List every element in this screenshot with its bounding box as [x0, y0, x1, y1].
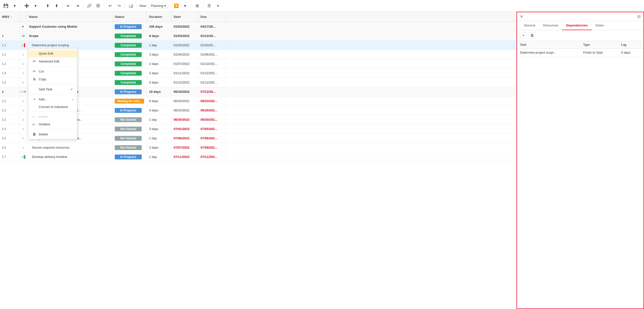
- wbs-sort-icon[interactable]: ↑: [10, 15, 12, 19]
- tab-notes[interactable]: Notes: [592, 21, 608, 30]
- gantt-button[interactable]: 📊: [127, 2, 135, 10]
- wbs-cell: 1.2: [0, 50, 20, 59]
- columns-button[interactable]: ⊞: [193, 2, 201, 10]
- tab-resources[interactable]: Resources: [539, 21, 562, 30]
- drag-icon: ≡: [22, 136, 24, 140]
- view-value: Planning: [151, 4, 164, 7]
- drag-cell: ≡: [20, 78, 27, 87]
- delete-dependency-button[interactable]: 🗑: [529, 32, 536, 39]
- start-cell: 07/01/2022: [172, 124, 198, 133]
- chevron-down-icon[interactable]: ▾: [22, 25, 24, 28]
- start-cell: 01/07/2022: [172, 59, 198, 68]
- panel-close-button[interactable]: ✕: [520, 14, 523, 19]
- outdent-icon: ≡←: [32, 123, 36, 126]
- grid-body[interactable]: ▾ Support Customer using Mobile In Progr…: [0, 22, 516, 309]
- divider-5: [104, 3, 104, 9]
- duration-cell: 1 day: [147, 115, 172, 124]
- wbs-cell: 2.3: [0, 115, 20, 124]
- panel-minimize-button[interactable]: ⊟: [638, 14, 640, 19]
- table-row[interactable]: 2.6 ≡ Secure required resources Not Star…: [0, 143, 516, 152]
- duration-cell: 2 days: [147, 143, 172, 152]
- context-menu-item-split-task[interactable]: Split Task ✓: [28, 85, 77, 93]
- context-menu-item-delete[interactable]: 🗑 Delete: [28, 130, 77, 138]
- drag-cell: ≡: [20, 124, 27, 133]
- chevron-down-icon[interactable]: ▾: [24, 90, 26, 93]
- drag-cell: ≡: [20, 41, 27, 50]
- drag-cell: ≡: [20, 59, 27, 68]
- table-row[interactable]: 1.2 ≡ Secure core resources Completed 3 …: [0, 50, 516, 59]
- table-row[interactable]: 2.3 ≡ Review software specifications/bu.…: [0, 115, 516, 124]
- table-row[interactable]: 2.1 ≡ Conduct needs analysis Waiting for…: [0, 96, 516, 106]
- status-badge: In Progress: [115, 154, 142, 159]
- duration-cell: 2 days: [147, 59, 172, 68]
- col-due: Due: [198, 12, 226, 22]
- table-row[interactable]: 1.3 ≡ Secure project sponsorship Complet…: [0, 59, 516, 68]
- context-menu: Quick Edit ✏ Advanced Edit ✂ Cut ⧉ Copy …: [28, 48, 77, 139]
- status-badge: Not Started: [115, 117, 142, 122]
- unlink-button[interactable]: ⛓: [94, 2, 102, 10]
- due-cell: 01/12/202...: [198, 68, 226, 78]
- filter-dropdown[interactable]: ▾: [181, 2, 189, 10]
- undo-button[interactable]: ↩: [106, 2, 114, 10]
- table-row[interactable]: 1 ≡ ▾ Scope Completed 8 days 01/03/2022 …: [0, 31, 516, 41]
- context-menu-item-quick-edit[interactable]: Quick Edit: [28, 50, 77, 57]
- drag-cell: ≡ ▾: [20, 31, 27, 40]
- start-cell: 07/06/2022: [172, 134, 198, 143]
- drag-cell: ≡: [20, 68, 27, 78]
- save-button[interactable]: 💾: [2, 2, 10, 10]
- table-row[interactable]: 2.5 ≡ Incorporate feedback on software..…: [0, 134, 516, 143]
- project-grid: WBS ↑ Name Status Duration Start Due ▾ S…: [0, 12, 516, 309]
- tab-dependencies[interactable]: Dependencies: [562, 21, 592, 30]
- table-row[interactable]: 1.4 ≡ Define preliminary resources Compl…: [0, 68, 516, 78]
- indent-button[interactable]: ⇥: [73, 2, 81, 10]
- start-cell: 01/11/2022: [172, 68, 198, 78]
- table-row[interactable]: 2.7 ≡ ✓ Develop delivery timeline In Pro…: [0, 152, 516, 162]
- table-row[interactable]: 1.1 ≡ Determine project scoping Complete…: [0, 41, 516, 50]
- redo-button[interactable]: ↪: [115, 2, 123, 10]
- table-row[interactable]: ▾ Support Customer using Mobile In Progr…: [0, 22, 516, 31]
- dep-col-lag: Lag: [618, 41, 644, 49]
- context-menu-item-outdent[interactable]: ≡← Outdent: [28, 120, 77, 128]
- duration-cell: 19 days: [147, 87, 172, 96]
- wbs-cell: 1.1: [0, 41, 20, 50]
- context-menu-item-cut[interactable]: ✂ Cut: [28, 67, 77, 75]
- drag-cell: ≡: [20, 143, 27, 152]
- context-menu-item-convert[interactable]: Convert to milestone: [28, 103, 77, 111]
- trash-icon: 🗑: [530, 33, 534, 38]
- table-row[interactable]: 2 ≡ ✓ ▾ Analysis/Software Requirements I…: [0, 87, 516, 96]
- main-container: WBS ↑ Name Status Duration Start Due ▾ S…: [0, 12, 644, 309]
- context-menu-item-copy[interactable]: ⧉ Copy: [28, 75, 77, 83]
- context-menu-item-add[interactable]: + Add... ›: [28, 95, 77, 103]
- table-row[interactable]: 2.2 ≡ Draft preliminary software specifi…: [0, 106, 516, 115]
- insert-above-button[interactable]: ⬆: [44, 2, 52, 10]
- filter-button[interactable]: 🔽: [172, 2, 180, 10]
- chevron-down-icon[interactable]: ▾: [23, 34, 24, 38]
- selection-indicator: [24, 43, 25, 47]
- duration-cell: 2 days: [147, 68, 172, 78]
- view-selector[interactable]: Planning ▾: [149, 3, 168, 8]
- table-row[interactable]: 1.5 ≡ Scope complete Completed 0 days 01…: [0, 78, 516, 87]
- due-cell: 01/10/202...: [198, 59, 226, 68]
- add-dependency-button[interactable]: +: [520, 32, 527, 39]
- outdent-button[interactable]: ⇤: [64, 2, 72, 10]
- add-dropdown[interactable]: ▾: [32, 2, 40, 10]
- context-menu-label-copy: Copy: [39, 77, 46, 81]
- save-dropdown[interactable]: ▾: [11, 2, 19, 10]
- context-menu-item-advanced-edit[interactable]: ✏ Advanced Edit: [28, 57, 77, 65]
- align-button[interactable]: ☰: [205, 2, 213, 10]
- wbs-cell: 2.4: [0, 124, 20, 133]
- indent-icon: ≡→: [32, 115, 36, 118]
- start-cell: 01/03/2022: [172, 31, 198, 40]
- dep-row[interactable]: Determine project scopi... Finish to Sta…: [517, 49, 644, 56]
- tab-general[interactable]: General: [520, 21, 539, 30]
- insert-below-button[interactable]: ⬇: [52, 2, 60, 10]
- drag-icon: ≡: [22, 53, 24, 56]
- table-row[interactable]: 2.4 ≡ Develop preliminary budget Not Sta…: [0, 124, 516, 134]
- list-button[interactable]: ≡: [214, 2, 222, 10]
- wbs-cell: 1: [0, 31, 20, 40]
- start-cell: 01/03/2022: [172, 22, 198, 31]
- start-cell: 06/24/2022: [172, 106, 198, 115]
- add-button[interactable]: ➕: [23, 2, 31, 10]
- link-button[interactable]: 🔗: [85, 2, 93, 10]
- status-cell: In Progress: [113, 87, 147, 96]
